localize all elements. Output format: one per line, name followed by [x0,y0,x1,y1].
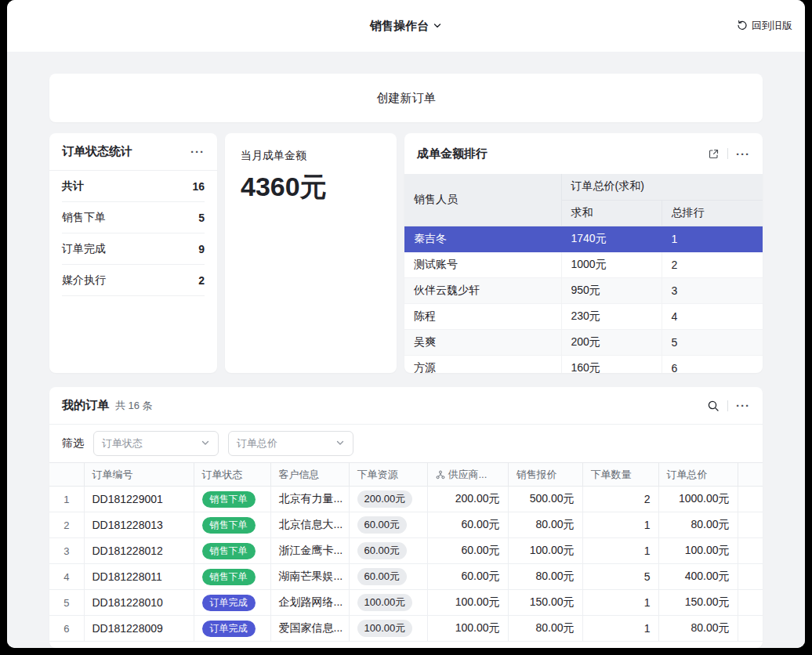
ranking-row[interactable]: 方源 160元 6 [404,355,763,373]
status-value: 16 [192,180,205,193]
status-row: 媒介执行 2 [62,265,205,296]
more-icon[interactable]: ··· [736,400,750,411]
qty-cell: 1 [582,590,658,616]
order-row[interactable]: 6 DD181228009 订单完成 爱国家信息... 100.00元 100.… [49,616,763,642]
order-status-filter-placeholder: 订单状态 [102,436,143,451]
filter-label: 筛选 [62,436,84,451]
col-filler [738,463,763,487]
filler-cell [738,590,763,616]
col-rank[interactable]: 总排行 [662,200,763,226]
ranking-rank: 5 [662,329,763,355]
month-amount-value: 4360元 [241,169,381,205]
ranking-row[interactable]: 秦吉冬 1740元 1 [404,226,763,252]
col-supplier[interactable]: 供应商... [427,463,508,487]
lookup-field-icon [436,470,445,479]
order-total-filter-placeholder: 订单总价 [237,436,277,451]
month-amount-card: 当月成单金额 4360元 [225,133,397,373]
qty-cell: 1 [582,512,658,538]
col-qty[interactable]: 下单数量 [582,463,658,487]
row-index: 3 [49,538,84,564]
search-icon[interactable] [707,400,720,412]
ranking-rank: 2 [662,252,763,277]
col-sum[interactable]: 求和 [561,200,662,226]
col-salesperson[interactable]: 销售人员 [404,174,561,226]
dashboard-content: 创建新订单 订单状态统计 ··· 共计 16 销售下单 5 [7,52,805,648]
resource-chip: 100.00元 [357,620,413,637]
supplier-cell: 100.00元 [427,616,508,642]
order-total-filter-select[interactable]: 订单总价 [228,431,353,456]
supplier-cell: 60.00元 [427,538,508,564]
ranking-sum: 950元 [561,277,662,303]
customer-cell: 爱国家信息... [270,616,349,642]
order-status-filter-select[interactable]: 订单状态 [93,431,219,456]
total-cell: 1000.00元 [658,487,738,512]
ranking-row[interactable]: 陈程 230元 4 [404,303,763,329]
stats-row: 订单状态统计 ··· 共计 16 销售下单 5 订单完成 9 [49,133,763,373]
create-order-button[interactable]: 创建新订单 [49,74,763,122]
filler-cell [738,538,763,564]
order-no-cell: DD181228012 [84,538,194,564]
export-icon[interactable] [708,148,720,160]
order-no-cell: DD181229001 [84,487,194,512]
restore-icon [737,20,748,33]
order-no-cell: DD181228011 [84,564,194,590]
ranking-row[interactable]: 伙伴云魏少轩 950元 3 [404,277,763,303]
orders-table: 订单编号 订单状态 客户信息 下单资源 供应商... 销售报价 下单数量 订单总… [49,462,763,642]
row-index: 4 [49,564,84,590]
status-label: 媒介执行 [62,273,106,288]
divider [727,148,728,159]
ranking-table: 销售人员 订单总价(求和) 求和 总排行 秦吉冬 1740元 1 [404,174,763,373]
app-window: 销售操作台 回到旧版 创建新订单 订单状态统计 ··· [7,0,805,648]
col-order-no[interactable]: 订单编号 [84,463,194,487]
status-badge: 销售下单 [202,491,256,508]
ranking-sum: 230元 [561,303,662,329]
ranking-rank: 4 [662,303,763,329]
resource-cell: 60.00元 [349,538,427,564]
quote-cell: 150.00元 [508,590,582,616]
ranking-sum: 1000元 [561,252,662,277]
qty-cell: 1 [582,538,658,564]
order-status-cell: 销售下单 [194,538,270,564]
more-icon[interactable]: ··· [736,148,750,160]
col-order-total-group[interactable]: 订单总价(求和) [561,174,763,200]
resource-cell: 100.00元 [349,590,427,616]
status-label: 订单完成 [62,242,106,256]
chevron-down-icon [201,438,210,450]
resource-chip: 60.00元 [357,568,408,585]
row-index: 1 [49,487,84,512]
ranking-person: 秦吉冬 [404,226,561,252]
order-row[interactable]: 5 DD181228010 订单完成 企划路网络... 100.00元 100.… [49,590,763,616]
col-order-status[interactable]: 订单状态 [194,463,270,487]
order-row[interactable]: 1 DD181229001 销售下单 北京有力量... 200.00元 200.… [49,487,763,512]
month-amount-label: 当月成单金额 [241,149,381,163]
resource-chip: 60.00元 [357,542,408,559]
resource-chip: 100.00元 [357,594,413,611]
order-row[interactable]: 2 DD181228013 销售下单 北京信息大... 60.00元 60.00… [49,512,763,538]
my-orders-card: 我的订单 共 16 条 ··· 筛选 订单状态 [49,387,763,648]
status-row: 订单完成 9 [62,233,205,265]
order-status-cell: 订单完成 [194,616,270,642]
col-customer[interactable]: 客户信息 [270,463,349,487]
col-resource[interactable]: 下单资源 [349,463,427,487]
order-row[interactable]: 4 DD181228011 销售下单 湖南芒果娱... 60.00元 60.00… [49,564,763,590]
order-no-cell: DD181228013 [84,512,194,538]
total-cell: 150.00元 [658,590,738,616]
ranking-row[interactable]: 吴爽 200元 5 [404,329,763,355]
workspace-switcher[interactable]: 销售操作台 [370,19,442,34]
more-icon[interactable]: ··· [190,146,205,157]
supplier-cell: 100.00元 [427,590,508,616]
col-quote[interactable]: 销售报价 [508,463,582,487]
order-status-card-title: 订单状态统计 [62,144,132,159]
customer-cell: 北京信息大... [270,512,349,538]
order-row[interactable]: 3 DD181228012 销售下单 浙江金鹰卡... 60.00元 60.00… [49,538,763,564]
quote-cell: 80.00元 [508,512,582,538]
status-list: 共计 16 销售下单 5 订单完成 9 媒介执行 2 [49,171,217,296]
back-to-old-label: 回到旧版 [752,19,792,33]
col-total[interactable]: 订单总价 [658,463,738,487]
status-row: 销售下单 5 [62,202,205,233]
ranking-row[interactable]: 测试账号 1000元 2 [404,252,763,277]
supplier-cell: 60.00元 [427,564,508,590]
ranking-rank: 3 [662,277,763,303]
back-to-old-version-button[interactable]: 回到旧版 [737,19,792,33]
ranking-person: 测试账号 [404,252,561,277]
